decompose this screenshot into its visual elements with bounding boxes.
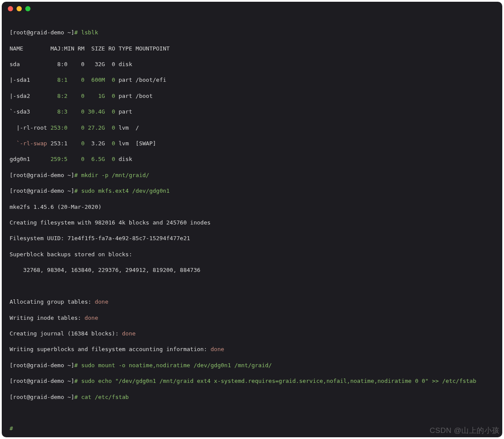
minimize-icon[interactable] xyxy=(17,6,22,11)
lsblk-header: NAME MAJ:MIN RM SIZE RO TYPE MOUNTPOINT xyxy=(10,45,494,53)
mkfs-out: Writing inode tables: done xyxy=(10,314,494,322)
done-text: done xyxy=(95,298,108,305)
cmd-mkdir: mkdir -p /mnt/graid/ xyxy=(81,172,149,178)
fstab-comment: # xyxy=(10,425,494,432)
blank xyxy=(10,409,494,417)
lsblk-row: |-sda2 8:2 0 1G 0 part /boot xyxy=(10,92,494,100)
lsblk-row: sda 8:0 0 32G 0 disk xyxy=(10,60,494,68)
mkfs-out: Creating filesystem with 982016 4k block… xyxy=(10,219,494,227)
prompt-line: [root@graid-demo ~]# lsblk xyxy=(10,29,494,37)
cmd-echo: sudo echo "/dev/gdg0n1 /mnt/graid ext4 x… xyxy=(81,378,476,384)
hash: # xyxy=(74,29,81,36)
window-titlebar xyxy=(2,2,502,16)
mkfs-out: 32768, 98304, 163840, 229376, 294912, 81… xyxy=(10,266,494,274)
blank xyxy=(10,282,494,290)
prompt-line: [root@graid-demo ~]# sudo mount -o noati… xyxy=(10,362,494,369)
mkfs-out: Writing superblocks and filesystem accou… xyxy=(10,345,494,353)
watermark-text: CSDN @山上的小孩 xyxy=(430,427,500,435)
mkfs-out: Creating journal (16384 blocks): done xyxy=(10,330,494,338)
lsblk-row: `-sda3 8:3 0 30.4G 0 part xyxy=(10,108,494,116)
mkfs-out: Allocating group tables: done xyxy=(10,298,494,306)
lsblk-row-swap: `-rl-swap 253:1 0 3.2G 0 lvm [SWAP] xyxy=(10,140,494,147)
mkfs-out: mke2fs 1.45.6 (20-Mar-2020) xyxy=(10,203,494,211)
close-icon[interactable] xyxy=(8,6,13,11)
lsblk-row: |-rl-root 253:0 0 27.2G 0 lvm / xyxy=(10,124,494,132)
mkfs-out: Superblock backups stored on blocks: xyxy=(10,251,494,258)
prompt-line: [root@graid-demo ~]# mkdir -p /mnt/graid… xyxy=(10,171,494,179)
terminal-body[interactable]: [root@graid-demo ~]# lsblk NAME MAJ:MIN … xyxy=(2,16,502,437)
cmd-mount: sudo mount -o noatime,nodiratime /dev/gd… xyxy=(81,362,272,369)
lsblk-row: gdg0n1 259:5 0 6.5G 0 disk xyxy=(10,155,494,163)
prompt-line: [root@graid-demo ~]# sudo echo "/dev/gdg… xyxy=(10,377,494,385)
cmd-cat: cat /etc/fstab xyxy=(81,394,129,400)
prompt: [root@graid-demo ~] xyxy=(10,29,74,36)
terminal-window: [root@graid-demo ~]# lsblk NAME MAJ:MIN … xyxy=(2,2,502,437)
prompt-line: [root@graid-demo ~]# sudo mkfs.ext4 /dev… xyxy=(10,187,494,195)
mkfs-out: Filesystem UUID: 71e4f1f5-fa7a-4e92-85c7… xyxy=(10,235,494,242)
lsblk-row: |-sda1 8:1 0 600M 0 part /boot/efi xyxy=(10,76,494,84)
cmd-mkfs: sudo mkfs.ext4 /dev/gdg0n1 xyxy=(81,188,170,194)
prompt-line: [root@graid-demo ~]# cat /etc/fstab xyxy=(10,393,494,401)
maximize-icon[interactable] xyxy=(25,6,30,11)
cmd-lsblk: lsblk xyxy=(81,29,98,36)
